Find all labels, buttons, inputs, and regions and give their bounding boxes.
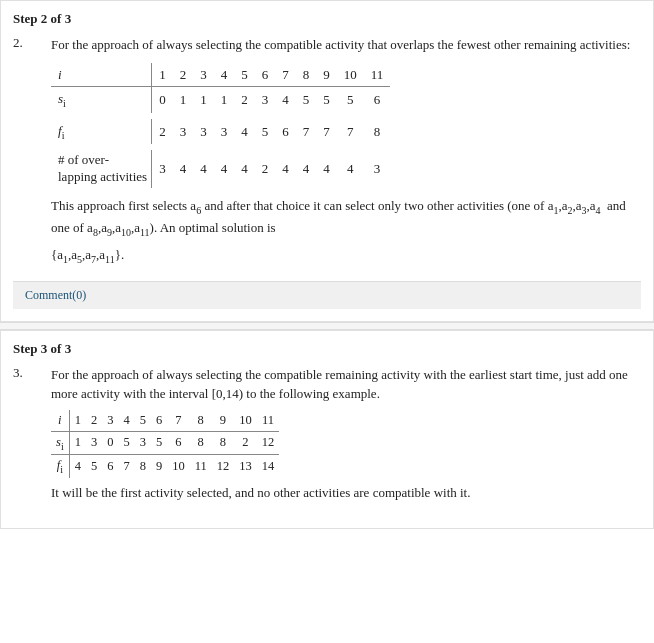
step2-problem-text: For the approach of always selecting the… [51, 35, 641, 55]
comment-label[interactable]: Comment(0) [25, 288, 86, 302]
step3-problem-block: 3. For the approach of always selecting … [13, 365, 641, 508]
step3-row-i: i 1 2 3 4 5 6 7 8 9 10 11 [51, 410, 279, 431]
step3-para-end: It will be the first activity selected, … [51, 483, 641, 503]
step3-problem-text: For the approach of always selecting the… [51, 365, 641, 404]
step2-para1: This approach first selects a6 and after… [51, 196, 641, 239]
row-i-label: i [51, 63, 152, 87]
step3-problem-content: For the approach of always selecting the… [51, 365, 641, 508]
table-row-s: si 0 1 1 1 2 3 4 5 5 5 6 [51, 87, 390, 113]
table-row-overlap: # of over- lapping activities 3 4 4 4 4 … [51, 150, 390, 188]
step3-header: Step 3 of 3 [13, 341, 641, 357]
step2-problem-block: 2. For the approach of always selecting … [13, 35, 641, 273]
step3-problem-num: 3. [13, 365, 51, 381]
table-row-i: i 1 2 3 4 5 6 7 8 9 10 11 [51, 63, 390, 87]
section-separator [0, 322, 654, 330]
step2-solution: {a1,a5,a7,a11}. [51, 245, 641, 267]
step2-section: Step 2 of 3 2. For the approach of alway… [0, 0, 654, 322]
table-row-f: fi 2 3 3 3 4 5 6 7 7 7 8 [51, 119, 390, 145]
step3-data-table: i 1 2 3 4 5 6 7 8 9 10 11 si [51, 410, 279, 478]
step2-problem-num: 2. [13, 35, 51, 51]
row-overlap-label: # of over- lapping activities [51, 150, 152, 188]
step3-row-s: si 1 3 0 5 3 5 6 8 8 2 12 [51, 431, 279, 455]
step2-data-table: i 1 2 3 4 5 6 7 8 9 10 11 [51, 63, 390, 188]
row-s-label: si [51, 87, 152, 113]
step2-comment-bar[interactable]: Comment(0) [13, 281, 641, 309]
step3-row-f: fi 4 5 6 7 8 9 10 11 12 13 14 [51, 455, 279, 478]
step2-problem-content: For the approach of always selecting the… [51, 35, 641, 273]
step2-header: Step 2 of 3 [13, 11, 641, 27]
row-f-label: fi [51, 119, 152, 145]
step3-section: Step 3 of 3 3. For the approach of alway… [0, 330, 654, 529]
